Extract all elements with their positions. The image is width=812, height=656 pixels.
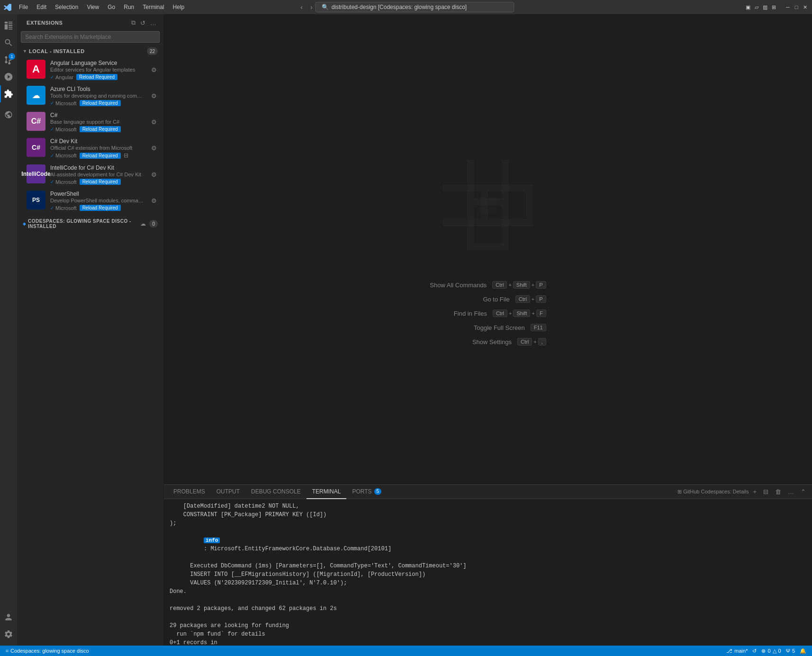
extension-item-csharp[interactable]: C# C# Base language support for C# ✓ Mic… — [17, 109, 163, 135]
more-terminal-button[interactable]: … — [785, 487, 796, 496]
tab-problems[interactable]: PROBLEMS — [168, 485, 211, 499]
local-installed-label: LOCAL - INSTALLED — [29, 48, 145, 54]
azure-reload-button[interactable]: Reload Required — [80, 100, 121, 106]
welcome-screen: Show All Commands Ctrl + Shift + P Go to… — [164, 14, 812, 484]
shortcut-toggle-full-screen-label: Toggle Full Screen — [474, 324, 525, 331]
layout-panel-button[interactable]: ▥ — [762, 4, 768, 10]
activity-source-control[interactable]: 1 — [0, 51, 17, 68]
key-plus-4: + — [509, 310, 512, 316]
layout-grid-button[interactable]: ⊞ — [770, 4, 777, 10]
layout-sidebar-button[interactable]: ▱ — [753, 4, 760, 10]
menu-terminal[interactable]: Terminal — [139, 3, 168, 11]
extension-item-azure[interactable]: ☁ Azure CLI Tools Tools for developing a… — [17, 83, 163, 109]
tab-terminal[interactable]: TERMINAL — [307, 485, 347, 499]
csharp-gear-icon[interactable]: ⚙ — [150, 118, 158, 127]
tab-ports-label: PORTS — [352, 488, 371, 495]
sidebar: EXTENSIONS ⧉ ↺ … ▼ LOCAL - INSTALLED 22 … — [17, 14, 164, 646]
activity-debug[interactable] — [0, 68, 17, 85]
codespaces-details-label[interactable]: ⊞ GitHub Codespaces: Details — [677, 489, 749, 495]
error-icon: ⊗ — [761, 648, 766, 654]
activity-remote[interactable] — [0, 106, 17, 123]
svg-rect-0 — [479, 197, 497, 214]
csharp-devkit-description: Official C# extension from Microsoft — [50, 145, 145, 151]
activity-search[interactable] — [0, 34, 17, 51]
refresh-extensions-button[interactable]: ↺ — [139, 18, 147, 27]
tab-debug-console[interactable]: DEBUG CONSOLE — [245, 485, 307, 499]
split-terminal-button[interactable]: ⊟ — [761, 487, 771, 496]
azure-gear-icon[interactable]: ⚙ — [150, 91, 158, 100]
extension-item-angular[interactable]: A Angular Language Service Editor servic… — [17, 57, 163, 83]
key-plus-2: + — [532, 282, 534, 288]
csharp-name: C# — [50, 112, 145, 118]
angular-gear-icon[interactable]: ⚙ — [150, 65, 158, 74]
nav-back-button[interactable]: ‹ — [298, 2, 306, 12]
close-panel-button[interactable]: ⌃ — [798, 487, 808, 496]
maximize-button[interactable]: □ — [793, 4, 800, 10]
csharp-devkit-meta: ✓ Microsoft Reload Required ⊟ — [50, 152, 145, 159]
status-codespace-button[interactable]: ⌗ Codespaces: glowing space disco — [4, 646, 91, 656]
intellicode-reload-button[interactable]: Reload Required — [80, 179, 121, 185]
minimize-button[interactable]: ─ — [785, 4, 791, 10]
menu-run[interactable]: Run — [120, 3, 138, 11]
filter-extensions-button[interactable]: ⧉ — [130, 18, 137, 27]
powershell-reload-button[interactable]: Reload Required — [80, 205, 121, 211]
activity-extensions[interactable] — [0, 85, 17, 102]
codespaces-section-header[interactable]: ◆ CODESPACES: GLOWING SPACE DISCO - INST… — [17, 216, 163, 231]
terminal-content[interactable]: [DateModified] datetime2 NOT NULL, CONST… — [164, 499, 812, 646]
nav-forward-button[interactable]: › — [307, 2, 316, 12]
extension-item-powershell[interactable]: PS PowerShell Develop PowerShell modules… — [17, 188, 163, 214]
status-branch[interactable]: ⎇ main* — [724, 646, 749, 656]
local-installed-section-header[interactable]: ▼ LOCAL - INSTALLED 22 — [17, 45, 163, 57]
menu-go[interactable]: Go — [104, 3, 119, 11]
status-ports[interactable]: Ψ 5 — [784, 646, 797, 656]
csharp-devkit-gear-icon[interactable]: ⚙ — [150, 144, 158, 153]
powershell-icon: PS — [27, 191, 45, 210]
intellicode-gear-icon[interactable]: ⚙ — [150, 170, 158, 179]
search-extensions-input[interactable] — [21, 31, 160, 43]
angular-description: Editor services for Angular templates — [50, 67, 145, 73]
angular-reload-button[interactable]: Reload Required — [76, 74, 117, 80]
powershell-gear-icon[interactable]: ⚙ — [150, 196, 158, 205]
extension-item-intellicode[interactable]: IntelliCode IntelliCode for C# Dev Kit A… — [17, 162, 163, 188]
csharp-reload-button[interactable]: Reload Required — [80, 126, 121, 132]
extension-item-csharp-devkit[interactable]: C# C# Dev Kit Official C# extension from… — [17, 135, 163, 162]
layout-toggle-button[interactable]: ▣ — [745, 4, 751, 10]
warning-count: 0 — [778, 648, 781, 654]
more-actions-button[interactable]: … — [149, 18, 158, 27]
term-line-8: Done. — [170, 587, 806, 596]
new-terminal-button[interactable]: + — [750, 487, 759, 496]
search-container — [17, 29, 163, 45]
intellicode-publisher: ✓ Microsoft — [50, 179, 77, 185]
codespaces-count: 0 — [149, 220, 158, 228]
menu-selection[interactable]: Selection — [51, 3, 82, 11]
status-errors[interactable]: ⊗ 0 △ 0 — [759, 646, 783, 656]
status-bell[interactable]: 🔔 — [798, 646, 808, 656]
azure-name: Azure CLI Tools — [50, 86, 145, 92]
trash-terminal-button[interactable]: 🗑 — [773, 487, 784, 496]
menu-help[interactable]: Help — [169, 3, 189, 11]
activity-accounts[interactable] — [0, 609, 17, 626]
title-search-bar[interactable]: 🔍 distributed-design [Codespaces: glowin… — [316, 2, 514, 12]
activity-explorer[interactable] — [0, 17, 17, 34]
close-button[interactable]: ✕ — [802, 4, 808, 10]
angular-publisher: ✓ Angular — [50, 74, 73, 80]
angular-content: Angular Language Service Editor services… — [50, 60, 145, 80]
menu-view[interactable]: View — [83, 3, 103, 11]
tab-ports[interactable]: PORTS 5 — [346, 485, 387, 499]
activity-settings[interactable] — [0, 626, 17, 643]
csharp-icon: C# — [27, 112, 45, 131]
local-installed-count: 22 — [147, 47, 158, 55]
tab-terminal-label: TERMINAL — [312, 488, 341, 495]
activity-bar: 1 — [0, 14, 17, 646]
powershell-content: PowerShell Develop PowerShell modules, c… — [50, 191, 145, 211]
tab-output[interactable]: OUTPUT — [211, 485, 245, 499]
csharp-devkit-reload-button[interactable]: Reload Required — [80, 153, 121, 159]
menu-edit[interactable]: Edit — [33, 3, 50, 11]
shortcut-toggle-full-screen-keys: F11 — [531, 324, 546, 331]
azure-description: Tools for developing and running command… — [50, 93, 145, 99]
menu-file[interactable]: File — [15, 3, 32, 11]
key-comma: , — [538, 338, 546, 346]
status-sync[interactable]: ↺ — [750, 646, 758, 656]
shortcut-find-in-files-keys: Ctrl + Shift + F — [493, 310, 546, 317]
shortcut-find-in-files-label: Find in Files — [454, 310, 487, 317]
